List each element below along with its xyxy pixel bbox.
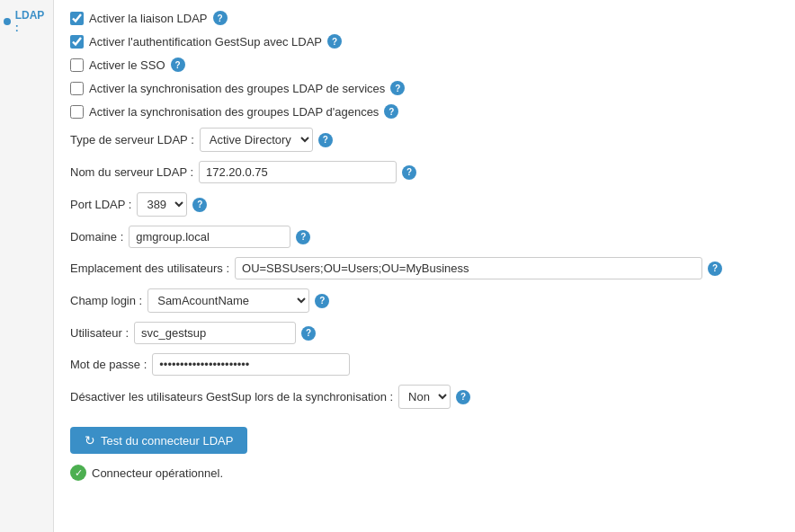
sidebar: LDAP : xyxy=(0,0,54,532)
label-login-field: Champ login : xyxy=(70,294,142,307)
checkbox-sync-services-label: Activer la synchronisation des groupes L… xyxy=(89,82,385,95)
checkbox-row-sso: Activer le SSO ? xyxy=(70,58,779,72)
checkbox-row-sync-agencies: Activer la synchronisation des groupes L… xyxy=(70,104,779,119)
field-row-server-type: Type de serveur LDAP : Active Directory … xyxy=(70,128,779,152)
sidebar-bullet-icon xyxy=(4,18,11,25)
checkbox-liaison[interactable] xyxy=(70,12,84,25)
checkbox-row-liaison: Activer la liaison LDAP ? xyxy=(70,11,779,25)
input-server-name[interactable] xyxy=(199,161,397,183)
field-row-password: Mot de passe : xyxy=(70,353,779,376)
help-icon-liaison[interactable]: ? xyxy=(213,11,228,25)
help-icon-username[interactable]: ? xyxy=(301,326,316,341)
help-icon-sync-services[interactable]: ? xyxy=(390,81,405,95)
label-domain: Domaine : xyxy=(70,230,123,244)
label-server-type: Type de serveur LDAP : xyxy=(70,133,194,146)
input-users-location[interactable] xyxy=(235,257,702,279)
help-icon-server-type[interactable]: ? xyxy=(318,133,333,147)
field-row-username: Utilisateur : ? xyxy=(70,322,779,344)
help-icon-sync-agencies[interactable]: ? xyxy=(384,104,398,119)
checkbox-row-sync-services: Activer la synchronisation des groupes L… xyxy=(70,81,779,95)
input-password[interactable] xyxy=(152,353,350,376)
checkbox-liaison-label: Activer la liaison LDAP xyxy=(89,12,208,25)
help-icon-users-location[interactable]: ? xyxy=(708,262,722,276)
field-row-port: Port LDAP : 389 636 ? xyxy=(70,192,779,217)
label-desactivate: Désactiver les utilisateurs GestSup lors… xyxy=(70,390,393,403)
select-desactivate[interactable]: Non Oui xyxy=(398,385,451,409)
field-row-users-location: Emplacement des utilisateurs : ? xyxy=(70,257,779,279)
checkbox-sync-services[interactable] xyxy=(70,82,84,95)
help-icon-auth[interactable]: ? xyxy=(327,34,342,49)
help-icon-login-field[interactable]: ? xyxy=(315,294,329,308)
main-content: Activer la liaison LDAP ? Activer l'auth… xyxy=(54,0,795,532)
help-icon-desactivate[interactable]: ? xyxy=(456,390,470,404)
input-username[interactable] xyxy=(134,322,296,344)
refresh-icon: ↻ xyxy=(85,433,95,448)
checkbox-row-auth: Activer l'authentification GestSup avec … xyxy=(70,34,779,49)
label-password: Mot de passe : xyxy=(70,358,147,371)
checkbox-sync-agencies[interactable] xyxy=(70,105,84,119)
input-domain[interactable] xyxy=(129,226,290,248)
sidebar-label-text: LDAP : xyxy=(15,9,49,34)
select-server-type[interactable]: Active Directory OpenLDAP Autre xyxy=(200,128,313,152)
status-text: Connecteur opérationnel. xyxy=(92,466,223,480)
field-row-desactivate: Désactiver les utilisateurs GestSup lors… xyxy=(70,385,779,409)
test-button-label: Test du connecteur LDAP xyxy=(101,434,233,448)
label-server-name: Nom du serveur LDAP : xyxy=(70,165,193,179)
sidebar-label: LDAP : xyxy=(4,9,49,34)
checkbox-sso[interactable] xyxy=(70,58,84,72)
select-port[interactable]: 389 636 xyxy=(137,192,187,217)
checkbox-sync-agencies-label: Activer la synchronisation des groupes L… xyxy=(89,105,379,119)
label-port: Port LDAP : xyxy=(70,198,131,211)
label-username: Utilisateur : xyxy=(70,326,129,340)
select-login-field[interactable]: SamAcountName UserPrincipalName cn xyxy=(147,288,309,313)
help-icon-port[interactable]: ? xyxy=(192,198,207,212)
test-connector-button[interactable]: ↻ Test du connecteur LDAP xyxy=(70,427,247,454)
help-icon-domain[interactable]: ? xyxy=(296,230,310,244)
field-row-server-name: Nom du serveur LDAP : ? xyxy=(70,161,779,183)
label-users-location: Emplacement des utilisateurs : xyxy=(70,262,229,275)
field-row-domain: Domaine : ? xyxy=(70,226,779,248)
checkbox-sso-label: Activer le SSO xyxy=(89,58,165,72)
help-icon-sso[interactable]: ? xyxy=(171,58,185,72)
page-container: LDAP : Activer la liaison LDAP ? Activer… xyxy=(0,0,795,532)
status-ok-icon: ✓ xyxy=(70,465,86,481)
help-icon-server-name[interactable]: ? xyxy=(402,165,416,180)
connector-status: ✓ Connecteur opérationnel. xyxy=(70,465,779,481)
field-row-login-field: Champ login : SamAcountName UserPrincipa… xyxy=(70,288,779,313)
checkbox-auth[interactable] xyxy=(70,35,84,49)
checkbox-auth-label: Activer l'authentification GestSup avec … xyxy=(89,35,322,49)
